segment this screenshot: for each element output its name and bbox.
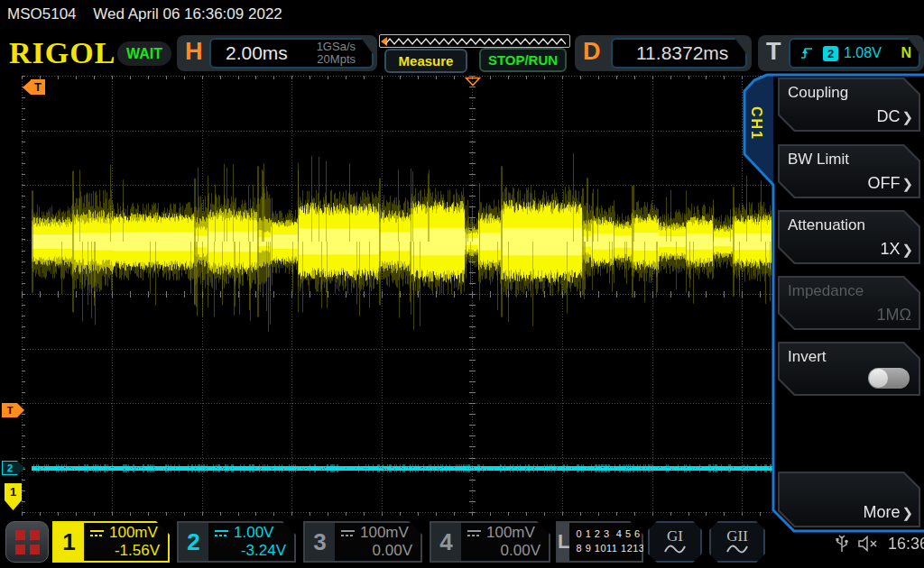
- menu-item-bw-limit[interactable]: BW Limit OFF❯: [778, 144, 920, 198]
- trigger-source-badge: 2: [823, 46, 838, 61]
- datetime: Wed April 06 16:36:09 2022: [93, 5, 282, 23]
- channel-4-box[interactable]: 4 100mV 0.00V: [430, 521, 550, 563]
- t-label: T: [766, 38, 781, 66]
- generator-1-button[interactable]: GI: [648, 521, 702, 563]
- d-label: D: [583, 38, 601, 66]
- sine-wave-icon: [725, 544, 749, 554]
- delay-value: 11.8372ms: [613, 42, 728, 64]
- trigger-sweep-mode: N: [901, 45, 911, 61]
- menu-item-attenuation[interactable]: Attenuation 1X❯: [778, 210, 920, 264]
- logic-channels-box[interactable]: L 0 1 2 3 4 5 6 78 9 1011 12131415: [556, 521, 643, 563]
- trigger-position-icon[interactable]: [465, 77, 481, 87]
- red-square-icon: [15, 545, 25, 554]
- waveform-display: [22, 76, 774, 516]
- trigger-level-value: 1.08V: [844, 45, 882, 61]
- dc-coupling-icon: [214, 528, 229, 538]
- left-arrow-icon: [23, 80, 31, 95]
- usb-icon: [836, 534, 848, 554]
- chevron-right-icon: ❯: [901, 505, 913, 521]
- toggle-knob-icon: [869, 369, 888, 388]
- menu-item-coupling[interactable]: Coupling DC❯: [778, 78, 920, 132]
- dc-coupling-icon: [467, 528, 482, 538]
- trigger-slope-icon: [799, 46, 814, 60]
- sine-wave-icon: [663, 544, 687, 554]
- channel-2-box[interactable]: 2 1.00V -3.24V: [177, 521, 296, 563]
- menu-item-impedance: Impedance 1MΩ: [778, 276, 920, 330]
- channel-3-box[interactable]: 3 100mV 0.00V: [303, 521, 422, 563]
- h-label: H: [185, 38, 203, 66]
- sidebar-channel-tab[interactable]: CH1: [748, 106, 764, 141]
- main-menu-button[interactable]: [5, 521, 49, 563]
- down-arrow-icon: [5, 500, 22, 510]
- system-tray: 16:36: [836, 534, 924, 554]
- stop-run-button[interactable]: STOP/RUN: [479, 48, 567, 72]
- menu-item-invert[interactable]: Invert: [778, 342, 920, 396]
- horizontal-delay-box[interactable]: D 11.8372ms: [575, 35, 752, 71]
- acquisition-status-badge: WAIT: [117, 41, 171, 66]
- speaker-muted-icon[interactable]: [857, 536, 879, 552]
- clock: 16:36: [888, 535, 924, 554]
- memory-waveform-overview[interactable]: [379, 34, 570, 48]
- chevron-right-icon: ❯: [901, 242, 913, 258]
- red-square-icon: [15, 530, 25, 540]
- trigger-time-marker[interactable]: T: [23, 79, 45, 95]
- horizontal-timebase-box[interactable]: H 2.00ms 1GSa/s20Mpts: [177, 35, 377, 71]
- menu-item-more[interactable]: More❯: [778, 472, 920, 527]
- trigger-box[interactable]: T 2 1.08V N: [758, 35, 924, 71]
- model-name: MSO5104: [7, 5, 77, 23]
- red-square-icon: [30, 530, 40, 540]
- measure-button[interactable]: Measure: [384, 49, 467, 73]
- status-bar: MSO5104 Wed April 06 16:36:09 2022: [7, 5, 282, 23]
- invert-toggle[interactable]: [868, 368, 910, 389]
- channel-1-box[interactable]: 1 100mV -1.56V: [52, 521, 170, 563]
- oscilloscope-screen: MSO5104 Wed April 06 16:36:09 2022 RIGOL…: [0, 0, 924, 568]
- ch1-ground-marker[interactable]: 1: [5, 483, 22, 510]
- dc-coupling-icon: [89, 528, 105, 538]
- rigol-logo: RIGOL: [9, 36, 116, 70]
- chevron-right-icon: ❯: [901, 176, 913, 192]
- memory-zigzag-icon: [385, 36, 566, 47]
- dc-coupling-icon: [340, 528, 356, 538]
- timebase-value: 2.00ms: [211, 42, 288, 64]
- generator-2-button[interactable]: GII: [709, 521, 765, 563]
- sample-rate-memory: 1GSa/s20Mpts: [317, 41, 372, 66]
- red-square-icon: [30, 545, 40, 554]
- chevron-right-icon: ❯: [901, 109, 913, 125]
